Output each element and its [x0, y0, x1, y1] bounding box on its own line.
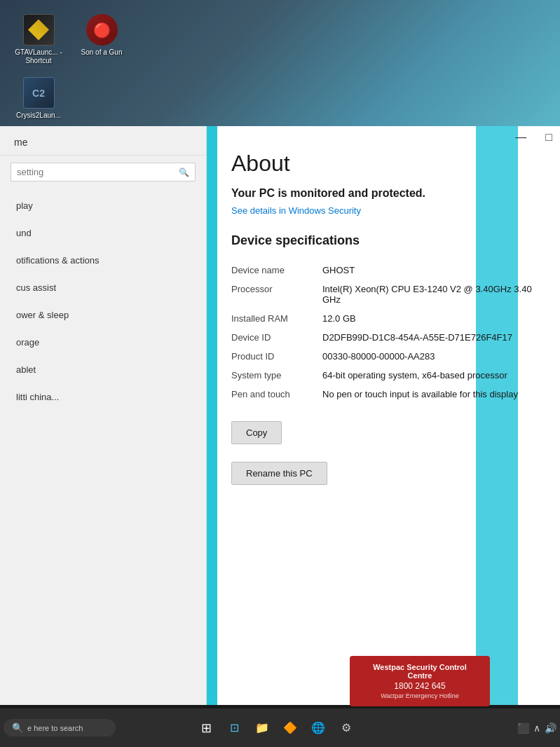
- security-link[interactable]: See details in Windows Security: [231, 205, 539, 216]
- son-icon-label: Son of a Gun: [81, 48, 123, 57]
- taskbar-search-text: e here to search: [27, 724, 83, 732]
- crysis-icon-label: Crysis2Laun...: [16, 111, 61, 120]
- spec-row-processor: Processor Intel(R) Xeon(R) CPU E3-1240 V…: [231, 280, 539, 309]
- desktop-background: GTAVLaunc... - Shortcut Son of a Gun C2 …: [0, 0, 560, 140]
- spec-label-product-id: Product ID: [231, 347, 322, 366]
- taskbar: 🔍 e here to search ⊞ ⊡ 📁 🔶 🌐 ⚙ ⬛ ∧ 🔊: [0, 708, 560, 747]
- westpac-title: Westpac Security Control Centre: [362, 663, 477, 680]
- copy-button[interactable]: Copy: [231, 421, 282, 444]
- taskbar-start-button[interactable]: ⊞: [196, 718, 217, 739]
- spec-row-system-type: System type 64-bit operating system, x64…: [231, 366, 539, 385]
- sidebar-me-label: me: [0, 126, 206, 156]
- son-icon-img: [86, 14, 118, 46]
- sidebar-items-list: play und otifications & actions cus assi…: [0, 189, 206, 411]
- gtav-icon-img: [23, 14, 55, 46]
- search-input[interactable]: [17, 167, 176, 177]
- taskbar-settings[interactable]: ⚙: [336, 718, 357, 739]
- spec-row-ram: Installed RAM 12.0 GB: [231, 309, 539, 328]
- device-specs-title: Device specifications: [231, 233, 539, 248]
- taskbar-file-explorer[interactable]: 📁: [252, 718, 273, 739]
- westpac-subtitle: Wactpar Emergency Hotline: [362, 692, 477, 699]
- spec-row-product-id: Product ID 00330-80000-00000-AA283: [231, 347, 539, 366]
- tray-up-arrow[interactable]: ∧: [533, 722, 540, 734]
- spec-row-device-name: Device name GHOST: [231, 261, 539, 280]
- desktop-icons-row1: GTAVLaunc... - Shortcut Son of a Gun: [14, 14, 126, 65]
- settings-content: About Your PC is monitored and protected…: [207, 126, 560, 705]
- gtav-icon-label: GTAVLaunc... - Shortcut: [14, 48, 63, 65]
- search-box[interactable]: 🔍: [11, 163, 196, 181]
- spec-label-processor: Processor: [231, 280, 322, 309]
- spec-label-device-name: Device name: [231, 261, 322, 280]
- spec-table: Device name GHOST Processor Intel(R) Xeo…: [231, 261, 539, 404]
- spec-row-pen-touch: Pen and touch No pen or touch input is a…: [231, 385, 539, 404]
- crysis-icon-img: C2: [23, 77, 55, 109]
- maximize-button[interactable]: □: [541, 130, 556, 145]
- gtav-icon[interactable]: GTAVLaunc... - Shortcut: [14, 14, 63, 65]
- spec-label-pen-touch: Pen and touch: [231, 385, 322, 404]
- taskbar-vlc[interactable]: 🔶: [280, 718, 301, 739]
- spec-value-processor: Intel(R) Xeon(R) CPU E3-1240 V2 @ 3.40GH…: [322, 280, 539, 309]
- sidebar-item-tablet[interactable]: ablet: [0, 356, 206, 383]
- sidebar-item-power-sleep[interactable]: ower & sleep: [0, 301, 206, 329]
- taskbar-tray: ⬛ ∧ 🔊: [517, 722, 556, 734]
- taskbar-windows-icon: 🔍: [12, 722, 23, 733]
- spec-label-device-id: Device ID: [231, 328, 322, 347]
- protection-text: Your PC is monitored and protected.: [231, 187, 539, 200]
- sidebar-item-play[interactable]: play: [0, 192, 206, 219]
- search-icon: 🔍: [179, 167, 189, 177]
- sidebar-item-storage[interactable]: orage: [0, 329, 206, 356]
- son-of-gun-icon[interactable]: Son of a Gun: [77, 14, 126, 65]
- crysis-icon[interactable]: C2 Crysis2Laun...: [14, 77, 63, 120]
- spec-value-pen-touch: No pen or touch input is available for t…: [322, 385, 539, 404]
- taskbar-chrome[interactable]: 🌐: [308, 718, 329, 739]
- about-title: About: [231, 151, 539, 177]
- westpac-popup[interactable]: Westpac Security Control Centre 1800 242…: [350, 656, 490, 706]
- taskbar-search[interactable]: 🔍 e here to search: [4, 719, 116, 736]
- taskbar-center-icons: ⊞ ⊡ 📁 🔶 🌐 ⚙: [196, 718, 357, 739]
- sidebar-item-notifications[interactable]: otifications & actions: [0, 247, 206, 274]
- spec-label-ram: Installed RAM: [231, 309, 322, 328]
- spec-value-product-id: 00330-80000-00000-AA283: [322, 347, 539, 366]
- taskbar-task-view[interactable]: ⊡: [224, 718, 245, 739]
- spec-row-device-id: Device ID D2DFB99D-D1C8-454A-A55E-D71E72…: [231, 328, 539, 347]
- minimize-button[interactable]: —: [511, 130, 531, 145]
- sidebar-item-cus-assist[interactable]: cus assist: [0, 274, 206, 301]
- settings-window: me 🔍 play und otifications & actions cus…: [0, 126, 560, 705]
- sidebar-item-extra[interactable]: litti china...: [0, 383, 206, 411]
- spec-value-device-name: GHOST: [322, 261, 539, 280]
- settings-sidebar: me 🔍 play und otifications & actions cus…: [0, 126, 207, 705]
- spec-value-device-id: D2DFB99D-D1C8-454A-A55E-D71E726F4F17: [322, 328, 539, 347]
- spec-label-system-type: System type: [231, 366, 322, 385]
- westpac-phone: 1800 242 645: [362, 681, 477, 691]
- window-controls: — □: [511, 130, 556, 145]
- teal-col-left: [207, 126, 217, 705]
- spec-value-system-type: 64-bit operating system, x64-based proce…: [322, 366, 539, 385]
- rename-pc-button[interactable]: Rename this PC: [231, 462, 327, 485]
- tray-volume[interactable]: 🔊: [545, 722, 556, 734]
- tray-action-center[interactable]: ⬛: [517, 722, 529, 734]
- sidebar-item-und[interactable]: und: [0, 219, 206, 247]
- spec-value-ram: 12.0 GB: [322, 309, 539, 328]
